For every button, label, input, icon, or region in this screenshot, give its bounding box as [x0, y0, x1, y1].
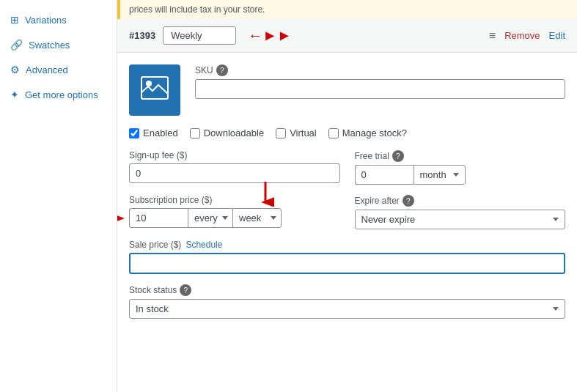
subscription-price-inputs: every	[129, 208, 340, 228]
virtual-checkbox-item[interactable]: Virtual	[276, 127, 317, 138]
enabled-checkbox[interactable]	[129, 128, 139, 138]
subscription-price-group: Subscription price ($)	[129, 195, 340, 229]
variation-select-group: Weekly Daily Monthly Yearly ←►►	[163, 26, 292, 45]
manage-stock-label: Manage stock?	[342, 127, 407, 138]
subscription-expire-row: Subscription price ($)	[129, 195, 565, 229]
virtual-label: Virtual	[290, 127, 317, 138]
product-image-icon	[141, 76, 169, 105]
sale-price-input[interactable]	[129, 253, 565, 274]
subscription-price-input[interactable]	[129, 208, 188, 228]
down-arrow-annotation	[257, 180, 274, 209]
downloadable-checkbox-item[interactable]: Downloadable	[190, 127, 264, 138]
variations-icon: ⊞	[10, 14, 19, 26]
signup-fee-label: Sign-up fee ($)	[129, 150, 340, 160]
every-select[interactable]: every	[188, 208, 232, 228]
variation-edit-link[interactable]: Edit	[549, 30, 565, 41]
content-area: SKU ? Enabled Downloadable	[117, 53, 577, 330]
expire-after-select[interactable]: Never expire 1 month 3 months 6 months 1…	[355, 210, 566, 229]
stock-status-help-icon[interactable]: ?	[180, 284, 191, 296]
sale-price-group: Sale price ($) Schedule	[129, 240, 565, 274]
downloadable-checkbox[interactable]	[190, 128, 200, 138]
expire-after-label: Expire after ?	[355, 195, 566, 207]
variation-header: #1393 Weekly Daily Monthly Yearly ←►► ≡ …	[117, 19, 577, 53]
sidebar-item-label-get-more: Get more options	[25, 89, 98, 100]
week-select-wrapper: week day month year	[232, 208, 282, 228]
expire-after-help-icon[interactable]: ?	[403, 195, 414, 207]
free-trial-inputs: month day week year	[355, 165, 566, 185]
checkboxes-row: Enabled Downloadable Virtual Manage stoc…	[129, 127, 565, 138]
enabled-checkbox-item[interactable]: Enabled	[129, 127, 178, 138]
svg-point-1	[146, 81, 152, 86]
sidebar: ⊞ Variations 🔗 Swatches ⚙ Advanced ✦ Get…	[0, 0, 117, 392]
variation-type-select[interactable]: Weekly Daily Monthly Yearly	[163, 26, 236, 45]
free-trial-input[interactable]	[355, 165, 414, 185]
schedule-link[interactable]: Schedule	[185, 240, 222, 250]
variation-remove-link[interactable]: Remove	[504, 30, 540, 41]
signup-fee-group: Sign-up fee ($)	[129, 150, 340, 185]
period-select[interactable]: week day month year	[232, 208, 282, 228]
variation-actions: ≡ Remove Edit	[489, 29, 565, 42]
sidebar-item-advanced[interactable]: ⚙ Advanced	[0, 57, 117, 82]
subscription-price-label: Subscription price ($)	[129, 195, 340, 205]
swatches-icon: 🔗	[10, 39, 23, 51]
get-more-icon: ✦	[10, 89, 19, 100]
stock-status-group: Stock status ? In stock Out of stock On …	[129, 284, 565, 319]
signup-fee-input[interactable]	[129, 163, 340, 183]
stock-status-select[interactable]: In stock Out of stock On backorder	[129, 299, 565, 319]
top-banner: prices will include tax in your store.	[117, 0, 577, 19]
manage-stock-checkbox-item[interactable]: Manage stock?	[328, 127, 407, 138]
sale-price-label: Sale price ($)	[129, 240, 181, 250]
sidebar-item-label-advanced: Advanced	[26, 64, 68, 75]
virtual-checkbox[interactable]	[276, 128, 286, 138]
variation-select-wrap: Weekly Daily Monthly Yearly	[163, 26, 236, 45]
free-trial-period-select[interactable]: month day week year	[414, 165, 466, 185]
sku-help-icon[interactable]: ?	[216, 64, 228, 76]
free-trial-group: Free trial ? month day week year	[355, 150, 566, 185]
variation-id: #1393	[129, 30, 155, 41]
signup-freetrial-row: Sign-up fee ($) Free trial ? month	[129, 150, 565, 185]
main-content: prices will include tax in your store. #…	[117, 0, 577, 392]
sale-price-label-row: Sale price ($) Schedule	[129, 240, 565, 250]
banner-text: prices will include tax in your store.	[129, 4, 265, 15]
sidebar-item-variations[interactable]: ⊞ Variations	[0, 7, 117, 32]
product-image-box[interactable]	[129, 64, 180, 116]
downloadable-label: Downloadable	[204, 127, 264, 138]
free-trial-label: Free trial ?	[355, 150, 566, 162]
sidebar-item-swatches[interactable]: 🔗 Swatches	[0, 32, 117, 57]
sku-input[interactable]	[195, 79, 565, 99]
sidebar-item-label-variations: Variations	[25, 15, 67, 26]
advanced-icon: ⚙	[10, 64, 20, 75]
header-red-arrow: ←►►	[248, 27, 292, 44]
subscription-price-wrapper: every	[129, 208, 340, 228]
sidebar-item-label-swatches: Swatches	[29, 40, 70, 51]
expire-after-group: Expire after ? Never expire 1 month 3 mo…	[355, 195, 566, 229]
variation-menu-icon[interactable]: ≡	[489, 29, 496, 42]
enabled-label: Enabled	[143, 127, 178, 138]
sku-area: SKU ?	[195, 64, 565, 99]
stock-status-label: Stock status ?	[129, 284, 565, 296]
sku-label: SKU ?	[195, 64, 565, 76]
manage-stock-checkbox[interactable]	[328, 128, 339, 138]
left-arrow-annotation	[117, 210, 125, 227]
free-trial-help-icon[interactable]: ?	[392, 150, 404, 162]
sidebar-item-get-more-options[interactable]: ✦ Get more options	[0, 82, 117, 107]
variation-body: SKU ?	[129, 64, 565, 116]
